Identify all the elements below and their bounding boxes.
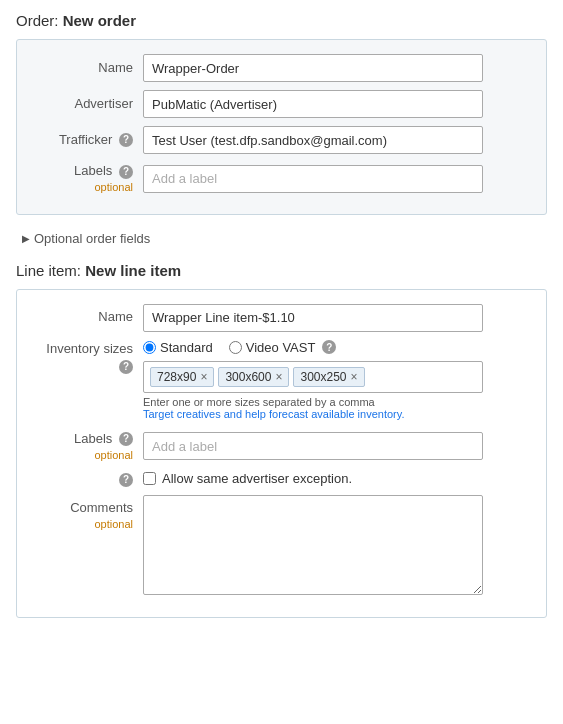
line-item-labels-label: Labels ? optional	[33, 430, 143, 464]
comments-textarea[interactable]	[143, 495, 483, 595]
order-name-row: Name	[33, 54, 530, 82]
allow-same-advertiser-label: Allow same advertiser exception.	[162, 471, 352, 486]
radio-video-vast-option[interactable]: Video VAST ?	[229, 340, 337, 355]
radio-standard-option[interactable]: Standard	[143, 340, 213, 355]
inventory-sizes-row: Inventory sizes ? Standard Video VAST ?	[33, 340, 530, 420]
comments-label: Comments optional	[33, 495, 143, 533]
order-labels-input[interactable]	[143, 165, 483, 193]
size-hint-text: Enter one or more sizes separated by a c…	[143, 396, 483, 420]
remove-size-300x600[interactable]: ×	[275, 371, 282, 383]
size-tag-300x600: 300x600 ×	[218, 367, 289, 387]
order-trafficker-label: Trafficker ?	[33, 131, 143, 149]
size-tag-300x250: 300x250 ×	[293, 367, 364, 387]
order-trafficker-input[interactable]	[143, 126, 483, 154]
remove-size-300x250[interactable]: ×	[351, 371, 358, 383]
allow-same-advertiser-row: ? Allow same advertiser exception.	[33, 471, 530, 487]
order-section: Name Advertiser Trafficker ? Labels ? op…	[16, 39, 547, 215]
size-tags-container[interactable]: 728x90 × 300x600 × 300x250 ×	[143, 361, 483, 393]
trafficker-help-icon[interactable]: ?	[119, 133, 133, 147]
line-item-name-row: Name	[33, 304, 530, 332]
allow-same-advertiser-checkbox[interactable]	[143, 472, 156, 485]
order-advertiser-label: Advertiser	[33, 95, 143, 113]
order-name-input[interactable]	[143, 54, 483, 82]
radio-standard-input[interactable]	[143, 341, 156, 354]
remove-size-728x90[interactable]: ×	[200, 371, 207, 383]
allow-same-advertiser-checkbox-group: Allow same advertiser exception.	[143, 471, 352, 486]
line-item-name-label: Name	[33, 308, 143, 326]
line-item-section-title: Line item: New line item	[16, 262, 547, 279]
inventory-sizes-label: Inventory sizes ?	[33, 340, 143, 376]
comments-row: Comments optional	[33, 495, 530, 595]
video-vast-help-icon[interactable]: ?	[322, 340, 336, 354]
optional-fields-arrow-icon: ▶	[22, 233, 30, 244]
optional-order-fields[interactable]: ▶ Optional order fields	[16, 225, 547, 248]
order-labels-row: Labels ? optional	[33, 162, 530, 196]
line-item-labels-input[interactable]	[143, 432, 483, 460]
order-labels-help-icon[interactable]: ?	[119, 165, 133, 179]
line-item-labels-row: Labels ? optional	[33, 430, 530, 464]
order-section-title: Order: New order	[16, 12, 547, 29]
allow-same-advertiser-help-icon[interactable]: ?	[119, 473, 133, 487]
line-item-labels-help-icon[interactable]: ?	[119, 432, 133, 446]
order-labels-label: Labels ? optional	[33, 162, 143, 196]
order-advertiser-row: Advertiser	[33, 90, 530, 118]
line-item-section: Name Inventory sizes ? Standard Video V	[16, 289, 547, 618]
allow-same-advertiser-empty-label: ?	[33, 471, 143, 487]
order-name-label: Name	[33, 59, 143, 77]
inventory-sizes-help-icon[interactable]: ?	[119, 360, 133, 374]
line-item-name-input[interactable]	[143, 304, 483, 332]
target-creatives-link[interactable]: Target creatives and help forecast avail…	[143, 408, 405, 420]
order-trafficker-row: Trafficker ?	[33, 126, 530, 154]
order-advertiser-input[interactable]	[143, 90, 483, 118]
inventory-type-radio-group: Standard Video VAST ?	[143, 340, 483, 355]
size-tag-728x90: 728x90 ×	[150, 367, 214, 387]
inventory-sizes-content: Standard Video VAST ? 728x90 × 300	[143, 340, 483, 420]
radio-video-vast-input[interactable]	[229, 341, 242, 354]
